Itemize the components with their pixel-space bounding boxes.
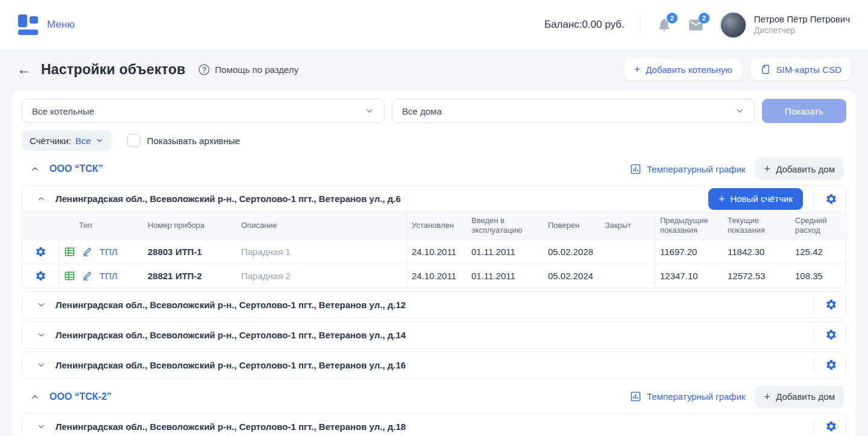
house-block-collapsed: Ленинградская обл., Всеволожский р-н., С… (22, 291, 846, 318)
column-installed: Установлен (406, 212, 467, 239)
house-select-value: Все дома (402, 106, 442, 116)
add-boiler-label: Добавить котельную (646, 65, 732, 75)
readings-table-icon[interactable] (64, 246, 75, 257)
add-boiler-button[interactable]: + Добавить котельную (624, 58, 742, 80)
chevron-down-icon (37, 330, 46, 340)
counters-filter[interactable]: Счётчики: Все (22, 130, 112, 151)
meter-settings-button[interactable] (22, 270, 58, 282)
new-counter-label: Новый счётчик (730, 194, 793, 204)
plus-icon: + (764, 391, 771, 402)
meter-type-link[interactable]: ТПЛ (99, 271, 118, 281)
house-row[interactable]: Ленинградская обл., Всеволожский р-н., С… (22, 292, 846, 318)
expand-house-button[interactable] (37, 422, 46, 431)
collapse-section-button[interactable] (30, 392, 40, 402)
column-device-number: Номер прибора (148, 217, 241, 234)
chevron-up-icon (37, 194, 46, 203)
top-bar: Меню Баланс:0.00 руб. 2 2 Петров Пётр Пе… (0, 0, 868, 49)
meter-settings-button[interactable] (22, 246, 58, 257)
add-house-label: Добавить дом (776, 164, 835, 174)
app-logo-icon (18, 14, 39, 35)
help-link[interactable]: Помощь по разделу (198, 63, 299, 76)
notifications-button[interactable]: 2 (656, 17, 672, 33)
messages-badge: 2 (699, 13, 709, 24)
house-block-expanded: Ленинградская обл., Всеволожский р-н., С… (22, 185, 846, 288)
device-description: Парадная 2 (241, 271, 406, 281)
temperature-graph-label: Температурный график (647, 164, 746, 174)
messages-button[interactable]: 2 (688, 17, 704, 33)
previous-readings: 11697.20 (655, 240, 723, 264)
column-closed: Закрыт (600, 217, 655, 234)
pencil-icon[interactable] (82, 270, 93, 281)
meter-type-link[interactable]: ТПЛ (99, 247, 118, 257)
menu-button[interactable]: Меню (18, 14, 75, 35)
new-counter-button[interactable]: + Новый счётчик (708, 188, 803, 210)
expand-house-button[interactable] (37, 330, 46, 340)
gear-icon (825, 359, 837, 371)
house-settings-button[interactable] (825, 193, 837, 205)
boiler-select[interactable]: Все котельные (22, 99, 385, 123)
balance-text: Баланс:0.00 руб. (544, 19, 624, 31)
gear-icon (35, 270, 46, 282)
show-button[interactable]: Показать (762, 99, 846, 123)
plus-icon: + (764, 163, 771, 174)
house-settings-button[interactable] (825, 420, 837, 432)
column-description: Описание (241, 217, 406, 234)
collapse-section-button[interactable] (30, 164, 40, 174)
commissioned-date: 01.11.2011 (467, 271, 543, 281)
avatar[interactable] (720, 11, 747, 39)
bar-chart-icon (630, 163, 641, 175)
device-description: Парадная 1 (241, 247, 406, 257)
collapse-house-button[interactable] (37, 194, 46, 203)
readings-table-icon[interactable] (64, 270, 75, 282)
add-house-label: Добавить дом (776, 391, 835, 402)
installed-date: 24.10.2011 (406, 240, 467, 264)
sim-cards-button[interactable]: SIM-карты CSD (750, 58, 851, 80)
house-address: Ленинградская обл., Всеволожский р-н., С… (55, 422, 406, 432)
pencil-icon[interactable] (82, 246, 93, 257)
house-row[interactable]: Ленинградская обл., Всеволожский р-н., С… (22, 352, 846, 378)
show-archived-toggle[interactable]: Показывать архивные (127, 134, 240, 147)
house-row[interactable]: Ленинградская обл., Всеволожский р-н., С… (22, 414, 846, 436)
section-name-link[interactable]: ООО “ТСК-2” (49, 391, 112, 402)
house-row[interactable]: Ленинградская обл., Всеволожский р-н., С… (22, 322, 846, 348)
house-row[interactable]: Ленинградская обл., Всеволожский р-н., С… (22, 186, 846, 212)
temperature-graph-link[interactable]: Температурный график (630, 391, 746, 402)
chevron-down-icon (95, 136, 104, 145)
add-house-button[interactable]: + Добавить дом (755, 386, 844, 408)
counters-value: Все (75, 136, 91, 146)
show-archived-label: Показывать архивные (147, 136, 240, 146)
house-address: Ленинградская обл., Всеволожский р-н., С… (55, 330, 406, 340)
current-readings: 11842.30 (723, 247, 790, 257)
house-settings-button[interactable] (825, 359, 837, 371)
help-label: Помощь по разделу (215, 65, 299, 75)
temperature-graph-label: Температурный график (647, 391, 746, 402)
chevron-down-icon (37, 300, 46, 309)
filter-row: Все котельные Все дома Показать (22, 99, 846, 123)
meter-row: ТПЛ 28821 ИТП-2 Парадная 2 24.10.2011 01… (22, 264, 846, 288)
chevron-up-icon (30, 164, 40, 174)
house-select[interactable]: Все дома (392, 99, 755, 123)
gear-icon (35, 246, 46, 257)
show-archived-checkbox[interactable] (127, 134, 140, 147)
house-address: Ленинградская обл., Всеволожский р-н., С… (55, 300, 406, 310)
section-name-link[interactable]: ООО “ТСК” (49, 163, 103, 174)
meter-row: ТПЛ 28803 ИТП-1 Парадная 1 24.10.2011 01… (22, 239, 846, 264)
house-block-collapsed: Ленинградская обл., Всеволожский р-н., С… (22, 413, 846, 436)
add-house-button[interactable]: + Добавить дом (755, 158, 844, 180)
temperature-graph-link[interactable]: Температурный график (630, 163, 746, 175)
page-title: Настройки объектов (41, 62, 186, 78)
menu-label: Меню (47, 19, 75, 31)
column-current-readings: Текущие показания (723, 212, 790, 239)
back-button[interactable]: ← (17, 62, 31, 77)
expand-house-button[interactable] (37, 361, 46, 370)
column-average-consumption: Средний расход (790, 212, 846, 239)
meters-table-header: Тип Номер прибора Описание Установлен Вв… (22, 212, 846, 239)
gear-icon (825, 299, 837, 311)
expand-house-button[interactable] (37, 300, 46, 309)
device-number: 28803 ИТП-1 (148, 247, 241, 257)
row-divider (814, 191, 814, 207)
house-settings-button[interactable] (825, 299, 837, 311)
user-info[interactable]: Петров Пётр Петрович Диспетчер (754, 14, 850, 36)
column-commissioned: Введен в эксплуатацию (467, 212, 543, 239)
house-settings-button[interactable] (825, 329, 837, 341)
